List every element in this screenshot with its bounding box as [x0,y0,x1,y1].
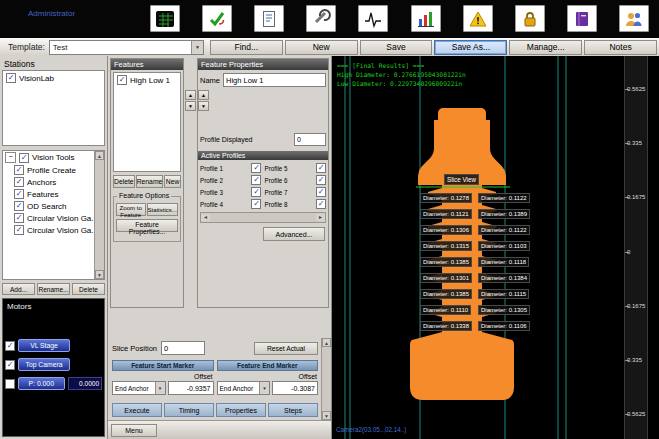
tool-item-od-search[interactable]: ✓OD Search [12,200,104,212]
end-anchor-select[interactable]: End Anchor ▼ [217,381,271,395]
profile-item[interactable]: Profile 7✓ [264,187,326,197]
run-check-button[interactable] [202,5,232,32]
vl-stage-button[interactable]: VL Stage [18,339,70,352]
rename-button[interactable]: Rename... [37,283,70,295]
delete-button[interactable]: Delete [72,283,105,295]
bar-chart-button[interactable] [411,5,441,32]
live-view-button[interactable] [150,5,180,32]
vision-tools-root-item[interactable]: − ✓ Vision Tools [3,151,104,164]
rename-button[interactable]: Rename [136,175,164,188]
waveform-button[interactable] [358,5,388,32]
top-camera-button[interactable]: Top Camera [18,358,70,371]
profile-checkbox[interactable]: ✓ [251,175,261,185]
profile-checkbox[interactable]: ✓ [251,187,261,197]
tool-checkbox[interactable]: ✓ [14,189,24,199]
template-select[interactable]: Test ▼ [49,40,204,55]
micrometer-button[interactable] [306,5,336,32]
station-checkbox[interactable]: ✓ [6,73,16,83]
profile-checkbox[interactable]: ✓ [316,187,326,197]
tool-item-circular-vision-ga[interactable]: ✓Circular Vision Ga... [12,224,104,236]
tree-scrollbar[interactable]: ▲ ▼ [94,151,104,279]
feature-item[interactable]: ✓High Low 1 [115,74,179,86]
steps-button[interactable]: Steps [268,403,318,417]
stations-list[interactable]: ✓VisionLab [2,70,105,146]
motor-checkbox[interactable] [5,379,15,389]
profile-checkbox[interactable]: ✓ [251,163,261,173]
profile-item[interactable]: Profile 3✓ [200,187,262,197]
tool-checkbox[interactable]: ✓ [14,213,24,223]
chevron-down-icon[interactable]: ▼ [259,382,269,394]
motor-checkbox[interactable]: ✓ [5,341,15,351]
execute-button[interactable]: Execute [112,403,162,417]
tool-item-profile-create[interactable]: ✓Profile Create [12,164,104,176]
tool-item-features[interactable]: ✓Features [12,188,104,200]
notes-button[interactable]: Notes [584,40,657,55]
chevron-down-icon[interactable]: ▼ [191,41,203,54]
properties-button[interactable]: Properties [216,403,266,417]
advanced-button[interactable]: Advanced... [263,227,325,241]
spin-down-icon[interactable]: ▼ [198,101,209,111]
start-offset-field[interactable] [168,381,214,395]
vision-tools-tree[interactable]: − ✓ Vision Tools ✓Profile Create✓Anchors… [2,150,105,280]
slice-position-field[interactable] [161,341,205,355]
collapse-icon[interactable]: − [5,152,16,163]
feature-name-field[interactable] [223,73,326,87]
profile-checkbox[interactable]: ✓ [316,199,326,209]
scroll-left-icon[interactable]: ◄ [201,214,210,221]
vision-tools-checkbox[interactable]: ✓ [19,153,29,163]
profile-item[interactable]: Profile 1✓ [200,163,262,173]
statistics-button[interactable]: Statistics... [147,203,178,216]
slice-scrollbar[interactable]: ▲ ▼ [321,338,331,420]
profile-item[interactable]: Profile 2✓ [200,175,262,185]
p-0-000-button[interactable]: P: 0.000 [18,377,65,390]
save-button[interactable]: Save [360,40,433,55]
manage-button[interactable]: Manage... [509,40,582,55]
features-list[interactable]: ✓High Low 1 [113,72,181,172]
new-button[interactable]: New [164,175,181,188]
scroll-up-icon[interactable]: ▲ [95,151,104,160]
zoom-to-feature-button[interactable]: Zoom to Feature [116,203,146,216]
delete-button[interactable]: Delete [113,175,135,188]
profile-item[interactable]: Profile 8✓ [264,199,326,209]
profile-checkbox[interactable]: ✓ [316,163,326,173]
menu-button[interactable]: Menu [111,424,157,437]
tool-checkbox[interactable]: ✓ [14,201,24,211]
profile-item[interactable]: Profile 4✓ [200,199,262,209]
report-button[interactable] [254,5,284,32]
profiles-scrollbar[interactable]: ◄ ► [200,212,326,223]
users-button[interactable] [619,5,649,32]
scroll-right-icon[interactable]: ► [316,214,325,221]
start-anchor-select[interactable]: End Anchor ▼ [112,381,166,395]
measurement-viewport[interactable]: === [Final Results] ===High Diameter: 0.… [332,56,659,439]
tool-item-anchors[interactable]: ✓Anchors [12,176,104,188]
motor-checkbox[interactable]: ✓ [5,360,15,370]
add-button[interactable]: Add... [2,283,35,295]
new-button[interactable]: New [285,40,358,55]
scroll-up-icon[interactable]: ▲ [322,338,331,347]
profile-item[interactable]: Profile 5✓ [264,163,326,173]
profile-item[interactable]: Profile 6✓ [264,175,326,185]
save-as-button[interactable]: Save As... [434,40,507,55]
spin-up-icon[interactable]: ▲ [198,90,209,100]
end-offset-field[interactable] [272,381,318,395]
spin-up-icon[interactable]: ▲ [185,90,196,100]
spin-down-icon[interactable]: ▼ [185,101,196,111]
profile-checkbox[interactable]: ✓ [316,175,326,185]
tool-checkbox[interactable]: ✓ [14,165,24,175]
tool-item-circular-vision-ga[interactable]: ✓Circular Vision Ga... [12,212,104,224]
lock-button[interactable] [515,5,545,32]
tool-checkbox[interactable]: ✓ [14,225,24,235]
find-button[interactable]: Find... [210,40,283,55]
warning-button[interactable] [463,5,493,32]
profile-checkbox[interactable]: ✓ [251,199,261,209]
tool-checkbox[interactable]: ✓ [14,177,24,187]
scroll-down-icon[interactable]: ▼ [95,270,104,279]
feature-properties-button[interactable]: Feature Properties... [116,219,178,232]
reset-actual-button[interactable]: Reset Actual [254,342,318,355]
station-item[interactable]: ✓VisionLab [4,72,103,84]
manual-book-button[interactable] [567,5,597,32]
scroll-down-icon[interactable]: ▼ [322,411,331,420]
chevron-down-icon[interactable]: ▼ [155,382,165,394]
feature-checkbox[interactable]: ✓ [117,75,127,85]
timing-button[interactable]: Timing [164,403,214,417]
